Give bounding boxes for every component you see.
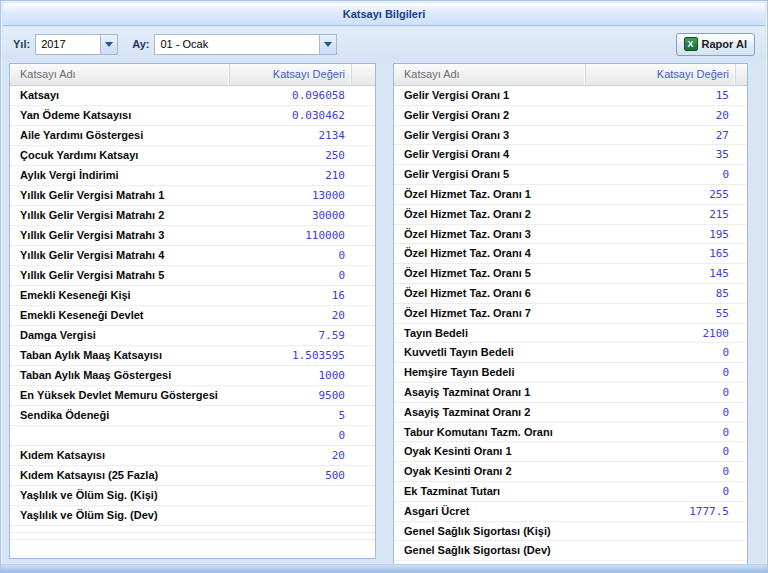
- row-name: Katsayı: [10, 86, 229, 105]
- value-column-header[interactable]: Katsayı Değeri: [229, 64, 351, 85]
- table-row[interactable]: Yıllık Gelir Vergisi Matrahı 50: [10, 266, 375, 286]
- row-spacer: [351, 166, 375, 185]
- table-row[interactable]: Asayiş Tazminat Oranı 20: [394, 403, 747, 423]
- table-row[interactable]: Gelir Vergisi Oranı 435: [394, 145, 747, 165]
- row-spacer: [351, 86, 375, 105]
- row-value: 0: [229, 426, 351, 445]
- table-row[interactable]: Özel Hizmet Taz. Oranı 5145: [394, 264, 747, 284]
- table-row[interactable]: Kıdem Katsayısı (25 Fazla)500: [10, 466, 375, 486]
- row-spacer: [735, 522, 747, 541]
- table-row[interactable]: Yan Ödeme Katsayısı0.030462: [10, 106, 375, 126]
- row-value: 0.030462: [229, 106, 351, 125]
- name-column-header[interactable]: Katsayı Adı: [394, 64, 585, 85]
- row-value: 85: [585, 284, 735, 303]
- row-spacer: [735, 244, 747, 263]
- row-name: Aile Yardımı Göstergesi: [10, 126, 229, 145]
- table-row[interactable]: Genel Sağlık Sigortası (Kişi): [394, 522, 747, 542]
- table-row[interactable]: 0: [10, 426, 375, 446]
- table-row[interactable]: Ek Tazminat Tutarı0: [394, 482, 747, 502]
- row-value: 30000: [229, 206, 351, 225]
- row-name: Özel Hizmet Taz. Oranı 4: [394, 244, 585, 263]
- row-name: Tayın Bedeli: [394, 324, 585, 343]
- table-row[interactable]: Gelir Vergisi Oranı 115: [394, 86, 747, 106]
- table-row[interactable]: Özel Hizmet Taz. Oranı 3195: [394, 225, 747, 245]
- row-name: Yıllık Gelir Vergisi Matrahı 2: [10, 206, 229, 225]
- row-name: Özel Hizmet Taz. Oranı 5: [394, 264, 585, 283]
- table-row[interactable]: Oyak Kesinti Oranı 20: [394, 462, 747, 482]
- table-row[interactable]: Sendika Ödeneği5: [10, 406, 375, 426]
- row-spacer: [735, 383, 747, 402]
- report-button[interactable]: X Rapor Al: [676, 33, 755, 56]
- table-row[interactable]: Gelir Vergisi Oranı 327: [394, 126, 747, 146]
- table-row[interactable]: Damga Vergisi7.59: [10, 326, 375, 346]
- table-row[interactable]: Asgari Ücret1777.5: [394, 502, 747, 522]
- table-row[interactable]: Özel Hizmet Taz. Oranı 1255: [394, 185, 747, 205]
- table-row[interactable]: Özel Hizmet Taz. Oranı 2215: [394, 205, 747, 225]
- month-select-trigger[interactable]: [319, 35, 336, 54]
- row-name: Taban Aylık Maaş Göstergesi: [10, 366, 229, 385]
- table-row[interactable]: Yıllık Gelir Vergisi Matrahı 40: [10, 246, 375, 266]
- table-row[interactable]: Taban Aylık Maaş Katsayısı1.503595: [10, 346, 375, 366]
- chevron-down-icon: [324, 42, 332, 47]
- table-row[interactable]: Kuvvetli Tayın Bedeli0: [394, 343, 747, 363]
- table-row[interactable]: Yaşlılık ve Ölüm Sig. (Dev): [10, 506, 375, 526]
- row-value: 0: [585, 343, 735, 362]
- table-row[interactable]: Özel Hizmet Taz. Oranı 4165: [394, 244, 747, 264]
- row-value: 1000: [229, 366, 351, 385]
- row-value: 7.59: [229, 326, 351, 345]
- table-row[interactable]: Özel Hizmet Taz. Oranı 755: [394, 304, 747, 324]
- year-select-trigger[interactable]: [100, 35, 117, 54]
- row-name: Asgari Ücret: [394, 502, 585, 521]
- row-name: Sendika Ödeneği: [10, 406, 229, 425]
- table-row[interactable]: Yıllık Gelir Vergisi Matrahı 230000: [10, 206, 375, 226]
- table-row[interactable]: Emekli Keseneği Kişi16: [10, 286, 375, 306]
- row-value: [585, 522, 735, 541]
- month-select[interactable]: 01 - Ocak: [154, 34, 337, 55]
- year-select[interactable]: 2017: [35, 34, 118, 55]
- row-value: 16: [229, 286, 351, 305]
- table-row[interactable]: Yıllık Gelir Vergisi Matrahı 113000: [10, 186, 375, 206]
- table-row[interactable]: Gelir Vergisi Oranı 50: [394, 165, 747, 185]
- row-name: Oyak Kesinti Oranı 1: [394, 442, 585, 461]
- row-value: [229, 486, 351, 505]
- table-row[interactable]: Emekli Keseneği Devlet20: [10, 306, 375, 326]
- row-spacer: [735, 442, 747, 461]
- row-name: Tabur Komutanı Tazm. Oranı: [394, 423, 585, 442]
- row-spacer: [735, 541, 747, 560]
- table-row[interactable]: En Yüksek Devlet Memuru Göstergesi9500: [10, 386, 375, 406]
- value-column-header[interactable]: Katsayı Değeri: [585, 64, 735, 85]
- table-row[interactable]: Hemşire Tayın Bedeli0: [394, 363, 747, 383]
- table-row[interactable]: Yaşlılık ve Ölüm Sig. (Kişi): [10, 486, 375, 506]
- row-name: Yaşlılık ve Ölüm Sig. (Kişi): [10, 486, 229, 505]
- table-row[interactable]: Taban Aylık Maaş Göstergesi1000: [10, 366, 375, 386]
- table-row[interactable]: Tabur Komutanı Tazm. Oranı0: [394, 423, 747, 443]
- table-row[interactable]: Genel Sağlık Sigortası (Dev): [394, 541, 747, 561]
- table-row[interactable]: Yıllık Gelir Vergisi Matrahı 3110000: [10, 226, 375, 246]
- table-row[interactable]: Katsayı0.096058: [10, 86, 375, 106]
- row-name: Emekli Keseneği Devlet: [10, 306, 229, 325]
- row-spacer: [351, 106, 375, 125]
- chevron-down-icon: [105, 42, 113, 47]
- year-label: Yıl:: [13, 38, 30, 50]
- table-row[interactable]: Gelir Vergisi Oranı 220: [394, 106, 747, 126]
- row-value: 35: [585, 145, 735, 164]
- table-row[interactable]: Aylık Vergi İndirimi210: [10, 166, 375, 186]
- row-value: 27: [585, 126, 735, 145]
- row-spacer: [735, 106, 747, 125]
- table-row[interactable]: Tayın Bedeli2100: [394, 324, 747, 344]
- row-value: 500: [229, 466, 351, 485]
- name-column-header[interactable]: Katsayı Adı: [10, 64, 229, 85]
- row-spacer: [351, 346, 375, 365]
- row-value: 145: [585, 264, 735, 283]
- row-name: Yıllık Gelir Vergisi Matrahı 3: [10, 226, 229, 245]
- row-name: Yan Ödeme Katsayısı: [10, 106, 229, 125]
- table-row[interactable]: Çocuk Yardımı Katsayı250: [10, 146, 375, 166]
- table-row[interactable]: Özel Hizmet Taz. Oranı 685: [394, 284, 747, 304]
- table-row[interactable]: Asayiş Tazminat Oranı 10: [394, 383, 747, 403]
- table-row[interactable]: Oyak Kesinti Oranı 10: [394, 442, 747, 462]
- table-row[interactable]: Kıdem Katsayısı20: [10, 446, 375, 466]
- table-row[interactable]: Aile Yardımı Göstergesi2134: [10, 126, 375, 146]
- row-value: 0: [585, 482, 735, 501]
- row-value: 2134: [229, 126, 351, 145]
- row-spacer: [735, 304, 747, 323]
